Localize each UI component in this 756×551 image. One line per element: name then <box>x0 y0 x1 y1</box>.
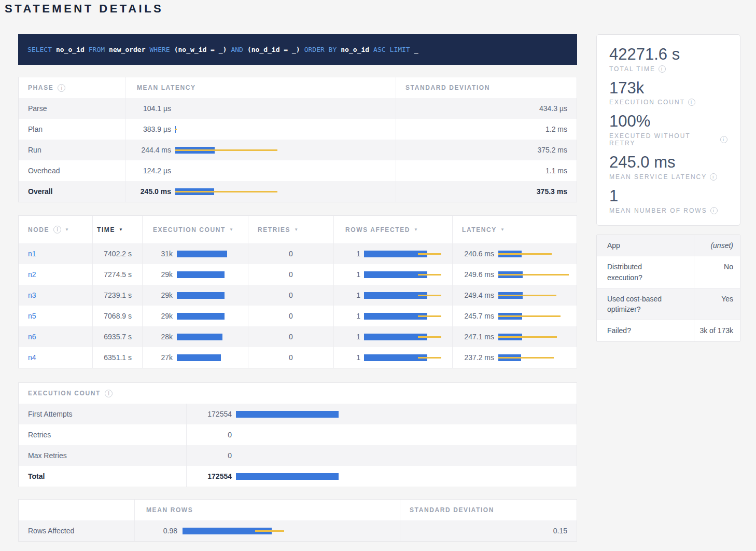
latency-bar <box>175 105 386 112</box>
exec-count-bar <box>236 473 568 480</box>
exec-row-cell: 0 <box>186 424 578 445</box>
page-title: STATEMENT DETAILS <box>5 2 163 16</box>
retries-header-cell[interactable]: RETRIES ▼ <box>248 216 333 243</box>
mean-latency-value: 124.2 µs <box>133 167 171 175</box>
std-dev-header-label: STANDARD DEVIATION <box>410 506 494 514</box>
stat-label: MEAN NUMBER OF ROWS <box>609 207 707 214</box>
latency-bar <box>498 354 568 361</box>
node-link[interactable]: n4 <box>28 353 36 362</box>
stat-value: 42271.6 s <box>609 46 727 64</box>
std-dev-header-label: STANDARD DEVIATION <box>405 84 490 91</box>
sql-token: SELECT <box>27 46 52 53</box>
exec-count-bar <box>177 251 241 257</box>
node-table-header: NODE i ▼ TIME ▼ EXECUTION COUNT ▼ RETRIE… <box>19 216 577 243</box>
std-dev-header-cell: STANDARD DEVIATION <box>396 77 578 98</box>
detail-value: Yes <box>694 288 741 320</box>
info-icon[interactable]: i <box>710 207 718 214</box>
time-header-label: TIME <box>97 226 115 233</box>
rows-affected-bar <box>364 271 443 278</box>
node-link[interactable]: n1 <box>28 250 36 258</box>
rows-affected-value: 1 <box>341 250 360 258</box>
std-dev-header-cell: STANDARD DEVIATION <box>400 500 578 520</box>
rows-affected-cell: 1 <box>333 326 452 347</box>
exec-row-label: First Attempts <box>19 404 186 424</box>
detail-label: App <box>597 235 694 256</box>
table-row: Rows Affected 0.98 0.15 <box>19 520 577 541</box>
stat-value: 100% <box>609 113 727 131</box>
stat-value: 245.0 ms <box>609 154 727 172</box>
exec-count-value: 29k <box>150 291 173 299</box>
latency-bar <box>175 188 386 195</box>
table-row: Overhead 124.2 µs 1.1 ms <box>19 160 577 181</box>
rows-row-label: Rows Affected <box>19 520 134 541</box>
sort-caret-icon: ▼ <box>294 227 298 232</box>
stat-executed-without-retry: 100% EXECUTED WITHOUT RETRYi <box>609 113 727 147</box>
latency-header-label: LATENCY <box>462 226 497 233</box>
sort-caret-icon: ▼ <box>500 227 505 232</box>
detail-row-distributed: Distributed execution? No <box>597 256 740 288</box>
mean-rows-value: 0.98 <box>142 527 177 535</box>
node-link[interactable]: n2 <box>28 270 36 279</box>
table-row: Total 172554 <box>19 466 577 487</box>
phase-label: Overall <box>19 181 125 202</box>
rows-affected-bar <box>364 334 443 340</box>
latency-value: 237.2 ms <box>460 353 494 362</box>
node-link[interactable]: n6 <box>28 333 36 341</box>
std-dev-value: 0.15 <box>400 520 578 541</box>
info-icon[interactable]: i <box>105 390 113 397</box>
info-icon[interactable]: i <box>58 84 65 92</box>
stat-mean-service-latency: 245.0 ms MEAN SERVICE LATENCYi <box>609 154 727 181</box>
mean-latency-value: 244.4 ms <box>133 146 171 154</box>
info-icon[interactable]: i <box>710 173 717 181</box>
exec-row-label: Max Retries <box>19 445 186 466</box>
exec-row-label: Total <box>19 466 186 487</box>
sql-token: (no_w_id = _) <box>174 46 227 53</box>
exec-count-cell: 27k <box>142 347 248 368</box>
info-icon[interactable]: i <box>659 65 666 73</box>
exec-count-cell: 31k <box>142 243 248 264</box>
sql-token: AND <box>231 46 243 53</box>
phase-header-cell: PHASE i <box>19 77 125 98</box>
sql-token: (no_d_id = _) <box>247 46 300 53</box>
table-row: n3 7239.1 s 29k 0 1 249.4 ms <box>19 285 577 306</box>
exec-row-cell: 0 <box>186 445 578 466</box>
latency-cell: 237.2 ms <box>452 347 578 368</box>
exec-count-bar <box>177 354 241 361</box>
time-header-cell[interactable]: TIME ▼ <box>92 216 142 243</box>
rows-affected-value: 1 <box>341 291 360 299</box>
exec-count-bar <box>177 313 241 320</box>
stat-label: EXECUTED WITHOUT RETRY <box>609 132 717 147</box>
exec-count-value: 27k <box>150 353 173 362</box>
sort-caret-icon: ▼ <box>119 227 123 232</box>
retries-value: 0 <box>248 326 333 347</box>
node-link[interactable]: n3 <box>28 291 36 299</box>
latency-bar <box>498 334 568 340</box>
exec-count-value: 31k <box>150 250 173 258</box>
detail-label: Used cost-based optimizer? <box>597 288 694 320</box>
rows-affected-header-cell[interactable]: ROWS AFFECTED ▼ <box>333 216 452 243</box>
mean-latency-value: 104.1 µs <box>133 104 171 113</box>
rows-affected-cell: 1 <box>333 347 452 368</box>
sql-token: WHERE <box>150 46 170 53</box>
exec-count-cell: 29k <box>142 306 248 326</box>
table-row: Parse 104.1 µs 434.3 µs <box>19 98 577 119</box>
info-icon[interactable]: i <box>688 99 695 106</box>
exec-count-header-cell[interactable]: EXECUTION COUNT ▼ <box>142 216 248 243</box>
table-row: n5 7068.9 s 29k 0 1 245.7 ms <box>19 306 577 326</box>
execution-count-title: EXECUTION COUNT <box>28 390 101 397</box>
detail-row-app: App (unset) <box>597 235 740 256</box>
latency-header-cell[interactable]: LATENCY ▼ <box>452 216 578 243</box>
mean-latency-header-label: MEAN LATENCY <box>137 84 196 91</box>
node-link[interactable]: n5 <box>28 312 36 320</box>
info-icon[interactable]: i <box>720 136 727 143</box>
node-header-cell[interactable]: NODE i ▼ <box>19 216 92 243</box>
rows-affected-value: 1 <box>341 333 360 341</box>
stat-label: TOTAL TIME <box>609 65 655 73</box>
exec-row-cell: 172554 <box>186 404 578 424</box>
table-row: Run 244.4 ms 375.2 ms <box>19 140 577 160</box>
latency-value: 249.6 ms <box>460 270 494 279</box>
stat-label: EXECUTION COUNT <box>609 99 685 106</box>
time-value: 6351.1 s <box>92 347 142 368</box>
info-icon[interactable]: i <box>53 226 61 233</box>
table-row: n2 7274.5 s 29k 0 1 249.6 ms <box>19 264 577 285</box>
